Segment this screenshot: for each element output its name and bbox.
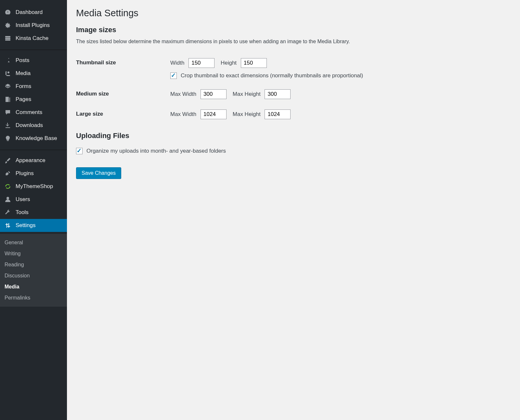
- comment-icon: [4, 108, 12, 116]
- sidebar-item-label: Tools: [16, 209, 29, 216]
- sidebar-item-label: Posts: [16, 57, 30, 64]
- wrench-icon: [4, 209, 12, 216]
- thumbnail-label: Thumbnail size: [76, 53, 167, 84]
- admin-sidebar: DashboardInstall PluginsKinsta Cache Pos…: [0, 0, 67, 420]
- refresh-icon: [4, 183, 12, 190]
- server-icon: [4, 34, 12, 42]
- svg-rect-0: [5, 36, 10, 37]
- submenu-item-discussion[interactable]: Discussion: [0, 270, 67, 281]
- sidebar-item-plugins[interactable]: Plugins: [0, 167, 67, 180]
- sidebar-item-label: Knowledge Base: [16, 135, 57, 142]
- medium-maxheight-input[interactable]: [265, 89, 291, 99]
- pages-icon: [4, 95, 12, 103]
- thumbnail-height-input[interactable]: [241, 58, 267, 68]
- menu-group-3: AppearancePluginsMyThemeShopUsersToolsSe…: [0, 152, 67, 234]
- menu-group-1: DashboardInstall PluginsKinsta Cache: [0, 4, 67, 47]
- medium-maxwidth-input[interactable]: [201, 89, 227, 99]
- svg-rect-2: [5, 39, 10, 41]
- sidebar-item-settings[interactable]: Settings: [0, 219, 67, 232]
- dashboard-icon: [4, 8, 12, 16]
- image-sizes-heading: Image sizes: [76, 26, 511, 34]
- uploading-files-heading: Uploading Files: [76, 132, 511, 140]
- user-icon: [4, 196, 12, 203]
- sidebar-item-label: Comments: [16, 109, 42, 116]
- sidebar-item-label: MyThemeShop: [16, 183, 53, 190]
- thumbnail-height-label: Height: [221, 60, 237, 66]
- bulb-icon: [4, 134, 12, 142]
- sidebar-item-label: Dashboard: [16, 9, 43, 16]
- svg-rect-4: [9, 97, 10, 102]
- thumbnail-width-label: Width: [170, 60, 184, 66]
- sidebar-item-media[interactable]: Media: [0, 67, 67, 80]
- medium-maxheight-label: Max Height: [233, 91, 261, 97]
- page-title: Media Settings: [76, 8, 511, 19]
- thumbnail-crop-label: Crop thumbnail to exact dimensions (norm…: [181, 72, 363, 79]
- submenu-item-media[interactable]: Media: [0, 281, 67, 292]
- pin-icon: [4, 57, 12, 64]
- svg-rect-3: [6, 97, 9, 102]
- sidebar-item-dashboard[interactable]: Dashboard: [0, 6, 67, 19]
- submenu-item-general[interactable]: General: [0, 237, 67, 248]
- save-changes-button[interactable]: Save Changes: [76, 167, 121, 179]
- sidebar-item-label: Plugins: [16, 170, 34, 177]
- sidebar-item-posts[interactable]: Posts: [0, 54, 67, 67]
- sidebar-item-mythemeshop[interactable]: MyThemeShop: [0, 180, 67, 193]
- menu-separator: [0, 149, 67, 150]
- sidebar-item-comments[interactable]: Comments: [0, 106, 67, 119]
- large-maxheight-input[interactable]: [265, 109, 291, 119]
- large-maxwidth-input[interactable]: [201, 109, 227, 119]
- menu-group-2: PostsMediaFormsPagesCommentsDownloadsKno…: [0, 52, 67, 147]
- download-icon: [4, 121, 12, 129]
- organize-uploads-checkbox[interactable]: [76, 148, 83, 154]
- sidebar-item-label: Media: [16, 70, 31, 77]
- thumbnail-width-input[interactable]: [188, 58, 214, 68]
- submenu-item-writing[interactable]: Writing: [0, 248, 67, 259]
- sidebar-item-label: Install Plugins: [16, 22, 50, 29]
- sidebar-item-knowledge-base[interactable]: Knowledge Base: [0, 132, 67, 145]
- sidebar-item-label: Settings: [16, 222, 35, 229]
- submenu-item-permalinks[interactable]: Permalinks: [0, 292, 67, 303]
- svg-rect-1: [5, 38, 10, 39]
- image-sizes-description: The sizes listed below determine the max…: [76, 39, 511, 45]
- large-label: Large size: [76, 104, 167, 124]
- sidebar-item-label: Pages: [16, 96, 31, 103]
- settings-submenu: GeneralWritingReadingDiscussionMediaPerm…: [0, 234, 67, 307]
- organize-uploads-label: Organize my uploads into month- and year…: [86, 148, 226, 154]
- submenu-item-reading[interactable]: Reading: [0, 259, 67, 270]
- medium-maxwidth-label: Max Width: [170, 91, 196, 97]
- sidebar-item-kinsta-cache[interactable]: Kinsta Cache: [0, 32, 67, 45]
- sidebar-item-pages[interactable]: Pages: [0, 93, 67, 106]
- forms-icon: [4, 83, 12, 90]
- svg-point-5: [6, 197, 9, 199]
- sidebar-item-appearance[interactable]: Appearance: [0, 154, 67, 167]
- sidebar-item-install-plugins[interactable]: Install Plugins: [0, 19, 67, 32]
- image-sizes-table: Thumbnail size Width Height Crop thumbna…: [76, 53, 366, 124]
- settings-icon: [4, 222, 12, 229]
- menu-separator: [0, 49, 67, 50]
- sidebar-item-label: Users: [16, 196, 30, 203]
- sidebar-item-label: Kinsta Cache: [16, 35, 48, 42]
- medium-label: Medium size: [76, 84, 167, 104]
- brush-icon: [4, 157, 12, 164]
- sidebar-item-tools[interactable]: Tools: [0, 206, 67, 219]
- media-icon: [4, 70, 12, 77]
- sidebar-item-label: Forms: [16, 83, 31, 90]
- large-maxwidth-label: Max Width: [170, 111, 196, 117]
- sidebar-item-label: Appearance: [16, 157, 46, 164]
- sidebar-item-users[interactable]: Users: [0, 193, 67, 206]
- plug-icon: [4, 170, 12, 177]
- large-maxheight-label: Max Height: [233, 111, 261, 117]
- sidebar-item-forms[interactable]: Forms: [0, 80, 67, 93]
- main-content: Media Settings Image sizes The sizes lis…: [67, 0, 520, 420]
- sidebar-item-label: Downloads: [16, 122, 43, 129]
- gear-icon: [4, 21, 12, 29]
- thumbnail-crop-checkbox[interactable]: [170, 72, 177, 79]
- sidebar-item-downloads[interactable]: Downloads: [0, 119, 67, 132]
